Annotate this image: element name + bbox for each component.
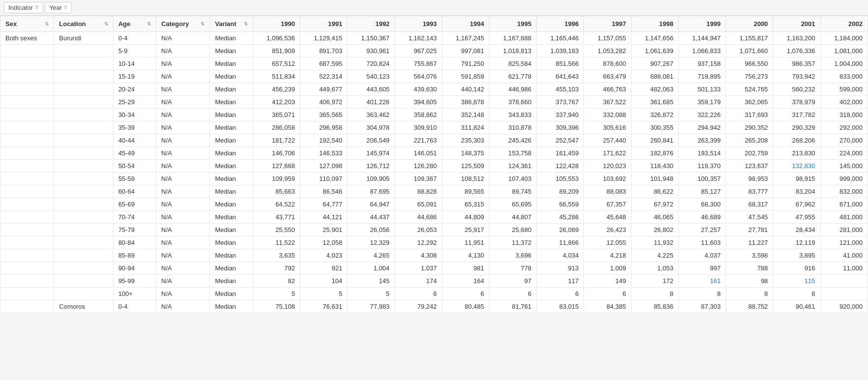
col-header-category[interactable]: Category ⇅ xyxy=(156,16,210,32)
cell-value-9-0: 146,706 xyxy=(253,147,300,160)
cell-value-13-10: 68,317 xyxy=(726,198,773,211)
cell-value-1-3: 967,025 xyxy=(395,45,442,58)
cell-value-18-8: 1,053 xyxy=(631,262,678,275)
drag-handle-indicator: ⠿ xyxy=(35,5,38,10)
cell-location-17 xyxy=(54,249,113,262)
cell-value-5-1: 406,972 xyxy=(300,96,347,109)
cell-location-6 xyxy=(54,109,113,121)
cell-value-0-10: 1,155,817 xyxy=(726,32,773,45)
col-header-1997[interactable]: 1997 xyxy=(584,16,631,32)
cell-location-18 xyxy=(54,262,113,275)
cell-value-17-3: 4,308 xyxy=(395,249,442,262)
cell-value-13-5: 65,695 xyxy=(490,198,537,211)
cell-value-12-0: 85,663 xyxy=(253,185,300,198)
indicator-pill[interactable]: Indicator ⠿ xyxy=(4,2,43,13)
cell-value-12-2: 87,695 xyxy=(347,185,395,198)
cell-value-14-12: 481,000 xyxy=(820,211,868,224)
col-header-2002[interactable]: 2002 xyxy=(820,16,868,32)
cell-value-18-6: 913 xyxy=(537,262,584,275)
cell-value-4-5: 446,986 xyxy=(490,83,537,96)
cell-value-5-12: 402,000 xyxy=(820,96,868,109)
col-header-2000[interactable]: 2000 xyxy=(726,16,773,32)
cell-category-6: N/A xyxy=(156,109,210,121)
indicator-label: Indicator xyxy=(8,4,33,11)
col-header-1991[interactable]: 1991 xyxy=(300,16,347,32)
cell-value-10-1: 127,098 xyxy=(300,160,347,173)
cell-value-19-8: 172 xyxy=(631,275,678,288)
sort-icon-age[interactable]: ⇅ xyxy=(147,21,151,27)
sort-icon-sex[interactable]: ⇅ xyxy=(45,21,49,27)
col-header-1994[interactable]: 1994 xyxy=(442,16,489,32)
cell-location-0: Burundi xyxy=(54,32,113,45)
cell-variant-18: Median xyxy=(210,262,253,275)
table-row: 30-34N/AMedian365,071365,565363,462358,8… xyxy=(0,109,868,121)
cell-value-20-8: 8 xyxy=(631,288,678,300)
year-pill[interactable]: Year ⠿ xyxy=(45,2,72,13)
col-header-1993[interactable]: 1993 xyxy=(395,16,442,32)
cell-value-3-0: 511,834 xyxy=(253,70,300,83)
col-header-1990[interactable]: 1990 xyxy=(253,16,300,32)
cell-value-10-8: 118,430 xyxy=(631,160,678,173)
cell-value-16-10: 11,227 xyxy=(726,236,773,249)
cell-value-8-3: 221,763 xyxy=(395,134,442,147)
cell-value-7-11: 290,329 xyxy=(773,121,820,134)
cell-value-6-10: 317,693 xyxy=(726,109,773,121)
cell-sex-6 xyxy=(0,109,54,121)
cell-value-11-7: 103,692 xyxy=(584,173,631,185)
cell-value-7-10: 290,352 xyxy=(726,121,773,134)
table-row: 55-59N/AMedian109,959110,097109,905109,3… xyxy=(0,173,868,185)
col-header-location[interactable]: Location ⇅ xyxy=(54,16,113,32)
cell-value-21-2: 77,983 xyxy=(347,300,395,313)
table-row: 25-29N/AMedian412,203406,972401,226394,6… xyxy=(0,96,868,109)
cell-value-20-11: 8 xyxy=(773,288,820,300)
cell-value-8-9: 263,399 xyxy=(678,134,725,147)
cell-value-8-12: 270,000 xyxy=(820,134,868,147)
cell-value-7-2: 304,978 xyxy=(347,121,395,134)
table-row: 100+N/AMedian555666668888 xyxy=(0,288,868,300)
cell-age-4: 20-24 xyxy=(113,83,156,96)
cell-value-6-6: 337,940 xyxy=(537,109,584,121)
cell-value-11-4: 108,512 xyxy=(442,173,489,185)
cell-age-20: 100+ xyxy=(113,288,156,300)
table-scroll[interactable]: Sex ⇅ Location ⇅ Age ⇅ xyxy=(0,16,868,380)
cell-sex-11 xyxy=(0,173,54,185)
cell-value-20-5: 6 xyxy=(490,288,537,300)
col-header-2001[interactable]: 2001 xyxy=(773,16,820,32)
col-header-sex[interactable]: Sex ⇅ xyxy=(0,16,54,32)
cell-value-5-6: 373,767 xyxy=(537,96,584,109)
cell-value-6-12: 318,000 xyxy=(820,109,868,121)
col-header-1996[interactable]: 1996 xyxy=(537,16,584,32)
cell-value-8-11: 268,206 xyxy=(773,134,820,147)
cell-value-8-7: 257,440 xyxy=(584,134,631,147)
cell-age-5: 25-29 xyxy=(113,96,156,109)
sort-icon-category[interactable]: ⇅ xyxy=(201,21,204,27)
cell-value-9-5: 153,758 xyxy=(490,147,537,160)
cell-age-13: 65-69 xyxy=(113,198,156,211)
col-header-1995[interactable]: 1995 xyxy=(490,16,537,32)
table-row: 35-39N/AMedian286,058296,958304,978309,9… xyxy=(0,121,868,134)
col-header-1992[interactable]: 1992 xyxy=(347,16,395,32)
cell-value-13-7: 67,357 xyxy=(584,198,631,211)
cell-value-18-12: 11,000 xyxy=(820,262,868,275)
table-row: 15-19N/AMedian511,834522,314540,123564,0… xyxy=(0,70,868,83)
drag-handle-year: ⠿ xyxy=(64,5,67,10)
sort-icon-variant[interactable]: ⇅ xyxy=(244,21,248,27)
col-header-1998[interactable]: 1998 xyxy=(631,16,678,32)
cell-value-20-4: 6 xyxy=(442,288,489,300)
table-row: 65-69N/AMedian64,52264,77764,94765,09165… xyxy=(0,198,868,211)
col-header-age[interactable]: Age ⇅ xyxy=(113,16,156,32)
cell-category-9: N/A xyxy=(156,147,210,160)
col-header-1999[interactable]: 1999 xyxy=(678,16,725,32)
cell-value-2-2: 720,824 xyxy=(347,58,395,70)
col-header-variant[interactable]: Variant ⇅ xyxy=(210,16,253,32)
cell-value-12-12: 832,000 xyxy=(820,185,868,198)
cell-value-16-11: 12,119 xyxy=(773,236,820,249)
cell-value-12-3: 88,828 xyxy=(395,185,442,198)
cell-value-12-5: 89,745 xyxy=(490,185,537,198)
cell-value-15-8: 26,802 xyxy=(631,224,678,236)
cell-value-16-6: 11,866 xyxy=(537,236,584,249)
sort-icon-location[interactable]: ⇅ xyxy=(104,21,108,27)
cell-value-14-5: 44,807 xyxy=(490,211,537,224)
cell-value-19-11: 115 xyxy=(773,275,820,288)
top-bar: Indicator ⠿ Year ⠿ xyxy=(0,0,868,16)
